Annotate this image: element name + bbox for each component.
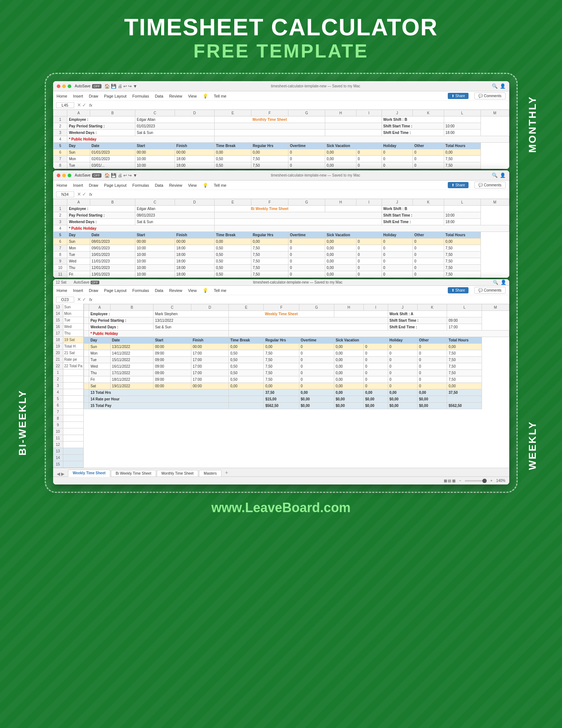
biweekly-filename: timesheet-calculator-template-new — Save… [139, 173, 491, 177]
close-button-dot[interactable] [57, 84, 60, 88]
user-icon-w[interactable]: 👤 [501, 280, 506, 285]
menu-review-w[interactable]: Review [169, 288, 182, 293]
menu-data-w[interactable]: Data [155, 288, 163, 293]
zoom-minus[interactable]: − [459, 479, 461, 483]
search-icon[interactable]: 🔍 [492, 83, 498, 89]
menu-formulas-bw[interactable]: Formulas [132, 183, 149, 187]
zoom-level: 140% [496, 479, 506, 483]
cell-reference-w[interactable]: O23 [56, 297, 74, 302]
table-row: 6 Sun 08/01/2023 00:00 00:00 0,00 0,00 0… [53, 238, 509, 245]
col-header-d[interactable]: D [175, 110, 214, 116]
menu-home-w[interactable]: Home [57, 288, 67, 293]
menu-tell-me[interactable]: Tell me [214, 94, 227, 98]
biweekly-label: Bi-Weekly [17, 389, 28, 456]
minimize-button-dot[interactable] [62, 84, 66, 88]
comments-button-w[interactable]: 💬 Comments [474, 287, 505, 294]
monthly-menu-bar: Home Insert Draw Page Layout Formulas Da… [53, 91, 509, 101]
weekly-table: A B C D E F G H I J [84, 304, 509, 409]
user-icon[interactable]: 👤 [500, 83, 506, 89]
col-header-e[interactable]: E [214, 110, 251, 116]
total-hrs-row: 13 Total Hrs 37,50 0,00 0,00 0,00 0,00 0… [84, 389, 509, 396]
search-icon-w[interactable]: 🔍 [493, 280, 498, 285]
autosave-area: AutoSave OFF [75, 84, 101, 88]
menu-draw[interactable]: Draw [89, 94, 98, 98]
menu-insert-w[interactable]: Insert [73, 288, 83, 293]
window-controls-biweekly [57, 174, 71, 177]
user-icon-bw[interactable]: 👤 [500, 173, 506, 178]
menu-page-layout-bw[interactable]: Page Layout [104, 183, 127, 187]
tab-nav-arrows[interactable]: ◀ ▶ [57, 471, 64, 476]
minimize-button-dot-bw[interactable] [62, 174, 66, 177]
col-header-b[interactable]: B [90, 110, 135, 116]
menu-view-w[interactable]: View [188, 288, 197, 293]
col-header-j[interactable]: J [382, 110, 413, 116]
autosave-state[interactable]: OFF [92, 84, 101, 88]
menu-data-bw[interactable]: Data [155, 183, 163, 187]
tab-weekly-time-sheet[interactable]: Weekly Time Sheet [68, 470, 110, 477]
biweekly-menu-bar: Home Insert Draw Page Layout Formulas Da… [53, 181, 509, 190]
menu-tell-me-w[interactable]: Tell me [214, 288, 227, 293]
col-header-m[interactable]: M [481, 110, 509, 116]
left-scroll-labels: Sun Mon Tue Wed Thu 19 Sat Total H 21 Sa… [63, 304, 84, 468]
zoom-plus[interactable]: + [490, 479, 493, 483]
table-row: 11 Fri 13/01/2023 10:00 18:00 0,50 7,50 … [53, 271, 509, 278]
weekly-spreadsheet-wrapper: 13 14 15 16 17 18 19 20 21 22 1 2 3 4 [53, 304, 509, 468]
share-button-w[interactable]: ⬆ Share [448, 287, 469, 293]
formula-fx-label: fx [89, 103, 92, 107]
menu-page-layout-w[interactable]: Page Layout [104, 288, 127, 293]
col-header-h[interactable]: H [325, 110, 356, 116]
monthly-label: Monthly [527, 96, 538, 153]
autosave-state-bw[interactable]: OFF [92, 173, 101, 178]
menu-formulas[interactable]: Formulas [132, 94, 149, 98]
page-title-main: TIMESHEET CALCULATOR [124, 15, 438, 40]
menu-review[interactable]: Review [169, 94, 182, 98]
col-header-c[interactable]: C [135, 110, 175, 116]
tab-monthly-time-sheet[interactable]: Monthly Time Sheet [157, 470, 198, 476]
maximize-button-dot[interactable] [68, 84, 71, 88]
table-row: 7 Mon 02/01/2023 10:00 18:00 0,50 7,50 0… [53, 156, 509, 162]
menu-home-bw[interactable]: Home [57, 183, 67, 187]
menu-view[interactable]: View [188, 94, 197, 98]
cell-reference[interactable]: L45 [56, 102, 74, 108]
menu-view-bw[interactable]: View [188, 183, 197, 187]
formula-dividers: ✕ ✓ [77, 102, 87, 108]
share-button-bw[interactable]: ⬆ Share [448, 182, 469, 188]
close-button-dot-bw[interactable] [57, 174, 60, 177]
col-header-g[interactable]: G [288, 110, 325, 116]
table-row: 7 Mon 09/01/2023 10:00 18:00 0,50 7,50 0… [53, 245, 509, 252]
table-row: 2 Pay Period Starting : 08/01/2023 Shift… [53, 212, 509, 219]
menu-review-bw[interactable]: Review [169, 183, 182, 187]
add-sheet-button[interactable]: + [222, 468, 231, 476]
comments-button[interactable]: 💬 Comments [474, 92, 505, 99]
col-header-i[interactable]: I [356, 110, 382, 116]
comments-button-bw[interactable]: 💬 Comments [474, 182, 505, 189]
menu-page-layout[interactable]: Page Layout [104, 94, 127, 98]
weekly-window: 12 Sat AutoSave OFF timesheet-calculator… [53, 279, 509, 484]
rate-per-hour-row: 14 Rate per Hour $15,00 $0,00 $0,00 $0,0… [84, 396, 509, 403]
search-icon-bw[interactable]: 🔍 [492, 173, 498, 178]
maximize-button-dot-bw[interactable] [68, 174, 71, 177]
col-header-a[interactable]: A [67, 110, 90, 116]
cell-reference-bw[interactable]: N34 [56, 191, 74, 197]
menu-tell-me-bw[interactable]: Tell me [214, 183, 227, 187]
col-header-k[interactable]: K [413, 110, 444, 116]
menu-formulas-w[interactable]: Formulas [132, 288, 149, 293]
table-row: 6 Sun 01/01/2023 00:00 00:00 0,00 0,00 0… [53, 149, 509, 156]
share-button[interactable]: ⬆ Share [448, 93, 469, 99]
table-row: 2 Pay Period Starting : 01/01/2023 Shift… [53, 123, 509, 130]
autosave-label-bw: AutoSave [75, 173, 91, 177]
menu-draw-bw[interactable]: Draw [89, 183, 98, 187]
menu-insert[interactable]: Insert [73, 94, 83, 98]
table-row: 1 Employee : Edgar Allan Bi Weekly Time … [53, 206, 509, 212]
tab-masters[interactable]: Masters [199, 470, 222, 476]
menu-home[interactable]: Home [57, 94, 67, 98]
col-header-l[interactable]: L [444, 110, 481, 116]
zoom-slider[interactable] [465, 480, 487, 482]
col-header-f[interactable]: F [251, 110, 288, 116]
table-row: Mon 14/11/2022 09:00 17:00 0,50 7,50 0 0… [84, 350, 509, 357]
menu-draw-w[interactable]: Draw [89, 288, 98, 293]
tab-bi-weekly-time-sheet[interactable]: Bi Weekly Time Sheet [111, 470, 156, 476]
menu-insert-bw[interactable]: Insert [73, 183, 83, 187]
table-row: 4 * Public Holiday [53, 225, 509, 232]
menu-data[interactable]: Data [155, 94, 163, 98]
